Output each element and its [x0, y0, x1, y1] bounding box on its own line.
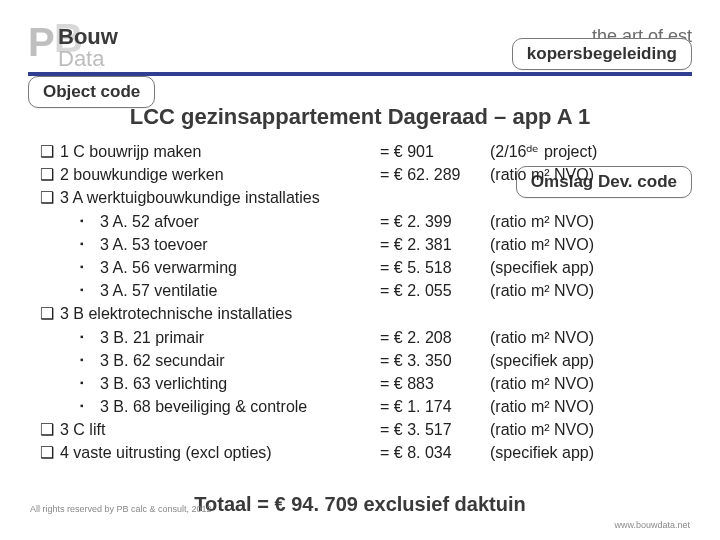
- list-subitem: ▪3 B. 21 primair= € 2. 208(ratio m² NVO): [40, 326, 690, 349]
- list-item: ❑3 C lift= € 3. 517(ratio m² NVO): [40, 418, 690, 441]
- bullet-checkbox-icon: ❑: [40, 441, 60, 464]
- logo: P B Bouw Data: [28, 18, 188, 72]
- item-note: (ratio m² NVO): [490, 233, 690, 256]
- slide: P B Bouw Data the art of est Object code…: [0, 0, 720, 540]
- logo-text-bottom: Data: [58, 46, 104, 72]
- bullet-square-icon: ▪: [80, 326, 100, 349]
- item-value: = € 3. 517: [380, 418, 490, 441]
- bullet-checkbox-icon: ❑: [40, 140, 60, 163]
- item-value: = € 2. 055: [380, 279, 490, 302]
- cost-breakdown-list: ❑1 C bouwrijp maken= € 901(2/16ᵈᵉ projec…: [40, 140, 690, 465]
- bullet-square-icon: ▪: [80, 210, 100, 233]
- item-value: = € 5. 518: [380, 256, 490, 279]
- page-title: LCC gezinsappartement Dageraad – app A 1: [0, 104, 720, 130]
- list-subitem: ▪3 A. 56 verwarming= € 5. 518(specifiek …: [40, 256, 690, 279]
- item-label: 1 C bouwrijp maken: [60, 140, 201, 163]
- item-note: (ratio m² NVO): [490, 418, 690, 441]
- bullet-checkbox-icon: ❑: [40, 302, 60, 325]
- item-value: = € 901: [380, 140, 490, 163]
- list-item: ❑3 A werktuigbouwkundige installaties: [40, 186, 690, 209]
- bullet-square-icon: ▪: [80, 279, 100, 302]
- item-note: (specifiek app): [490, 256, 690, 279]
- list-item: ❑3 B elektrotechnische installaties: [40, 302, 690, 325]
- bullet-checkbox-icon: ❑: [40, 186, 60, 209]
- list-item: ❑2 bouwkundige werken= € 62. 289(ratio m…: [40, 163, 690, 186]
- item-label: 3 A. 57 ventilatie: [100, 279, 217, 302]
- bullet-square-icon: ▪: [80, 233, 100, 256]
- item-value: = € 1. 174: [380, 395, 490, 418]
- item-label: 3 A werktuigbouwkundige installaties: [60, 186, 320, 209]
- item-label: 4 vaste uitrusting (excl opties): [60, 441, 272, 464]
- item-value: = € 62. 289: [380, 163, 490, 186]
- list-item: ❑4 vaste uitrusting (excl opties)= € 8. …: [40, 441, 690, 464]
- list-item: ❑1 C bouwrijp maken= € 901(2/16ᵈᵉ projec…: [40, 140, 690, 163]
- list-subitem: ▪3 A. 57 ventilatie= € 2. 055(ratio m² N…: [40, 279, 690, 302]
- website: www.bouwdata.net: [614, 520, 690, 530]
- item-label: 3 A. 52 afvoer: [100, 210, 199, 233]
- item-label: 2 bouwkundige werken: [60, 163, 224, 186]
- item-value: = € 2. 208: [380, 326, 490, 349]
- item-note: (2/16ᵈᵉ project): [490, 140, 690, 163]
- item-label: 3 A. 56 verwarming: [100, 256, 237, 279]
- list-subitem: ▪3 A. 53 toevoer= € 2. 381(ratio m² NVO): [40, 233, 690, 256]
- item-label: 3 B. 62 secundair: [100, 349, 225, 372]
- bullet-checkbox-icon: ❑: [40, 418, 60, 441]
- item-label: 3 B elektrotechnische installaties: [60, 302, 292, 325]
- bullet-square-icon: ▪: [80, 349, 100, 372]
- item-note: (specifiek app): [490, 441, 690, 464]
- callout-kopersbegeleiding: kopersbegeleiding: [512, 38, 692, 70]
- item-note: (ratio m² NVO): [490, 326, 690, 349]
- list-subitem: ▪3 B. 68 beveiliging & controle= € 1. 17…: [40, 395, 690, 418]
- item-value: = € 883: [380, 372, 490, 395]
- item-label: 3 A. 53 toevoer: [100, 233, 208, 256]
- bullet-checkbox-icon: ❑: [40, 163, 60, 186]
- bullet-square-icon: ▪: [80, 372, 100, 395]
- item-label: 3 B. 21 primair: [100, 326, 204, 349]
- item-value: = € 3. 350: [380, 349, 490, 372]
- bullet-square-icon: ▪: [80, 256, 100, 279]
- list-subitem: ▪3 A. 52 afvoer= € 2. 399(ratio m² NVO): [40, 210, 690, 233]
- item-note: (ratio m² NVO): [490, 210, 690, 233]
- item-note: (specifiek app): [490, 349, 690, 372]
- copyright: All rights reserved by PB calc & consult…: [30, 504, 212, 514]
- item-value: = € 8. 034: [380, 441, 490, 464]
- item-note: (ratio m² NVO): [490, 372, 690, 395]
- item-note: (ratio m² NVO): [490, 395, 690, 418]
- list-subitem: ▪3 B. 63 verlichting= € 883(ratio m² NVO…: [40, 372, 690, 395]
- item-label: 3 C lift: [60, 418, 105, 441]
- item-label: 3 B. 68 beveiliging & controle: [100, 395, 307, 418]
- logo-mark-p: P: [28, 22, 55, 62]
- item-note: (ratio m² NVO): [490, 279, 690, 302]
- item-note: (ratio m² NVO): [490, 163, 690, 186]
- list-subitem: ▪3 B. 62 secundair= € 3. 350(specifiek a…: [40, 349, 690, 372]
- bullet-square-icon: ▪: [80, 395, 100, 418]
- item-label: 3 B. 63 verlichting: [100, 372, 227, 395]
- item-value: = € 2. 399: [380, 210, 490, 233]
- item-value: = € 2. 381: [380, 233, 490, 256]
